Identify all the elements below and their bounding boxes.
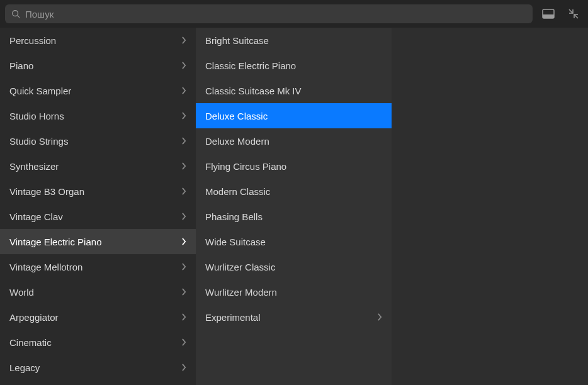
chevron-right-icon xyxy=(182,364,186,371)
chevron-right-icon xyxy=(182,313,186,321)
preset-label: Wide Suitcase xyxy=(205,237,266,247)
category-label: Studio Strings xyxy=(9,136,68,147)
chevron-right-icon xyxy=(182,87,186,94)
category-item-quick-sampler[interactable]: Quick Sampler xyxy=(0,78,196,103)
category-label: Synthesizer xyxy=(9,161,59,172)
category-item-world[interactable]: World xyxy=(0,279,196,304)
svg-line-1 xyxy=(18,16,20,18)
category-item-vintage-mellotron[interactable]: Vintage Mellotron xyxy=(0,254,196,279)
category-item-vintage-clav[interactable]: Vintage Clav xyxy=(0,204,196,229)
category-label: Vintage B3 Organ xyxy=(9,186,84,197)
chevron-right-icon xyxy=(182,62,186,69)
chevron-right-icon xyxy=(182,187,186,195)
preset-item-deluxe-modern[interactable]: Deluxe Modern xyxy=(196,128,392,153)
search-input[interactable] xyxy=(25,9,526,20)
category-label: World xyxy=(9,287,34,298)
preset-item-modern-classic[interactable]: Modern Classic xyxy=(196,179,392,204)
category-item-percussion[interactable]: Percussion xyxy=(0,28,196,53)
category-label: Cinematic xyxy=(9,337,52,348)
preset-item-experimental[interactable]: Experimental xyxy=(196,304,392,330)
svg-point-0 xyxy=(13,11,18,16)
category-item-studio-horns[interactable]: Studio Horns xyxy=(0,103,196,128)
chevron-right-icon xyxy=(182,137,186,145)
preset-label: Deluxe Classic xyxy=(205,111,268,121)
chevron-right-icon xyxy=(182,112,186,120)
browser-columns: PercussionPianoQuick SamplerStudio Horns… xyxy=(0,28,588,385)
category-label: Arpeggiator xyxy=(9,312,59,323)
preset-item-deluxe-classic[interactable]: Deluxe Classic xyxy=(196,103,392,128)
preset-item-flying-circus-piano[interactable]: Flying Circus Piano xyxy=(196,153,392,179)
category-item-piano[interactable]: Piano xyxy=(0,53,196,78)
category-item-studio-strings[interactable]: Studio Strings xyxy=(0,128,196,153)
collapse-button[interactable] xyxy=(564,4,583,23)
category-item-vintage-electric-piano[interactable]: Vintage Electric Piano xyxy=(0,229,196,254)
detail-column xyxy=(392,28,588,385)
preset-column: Bright SuitcaseClassic Electric PianoCla… xyxy=(196,28,392,385)
preset-item-wide-suitcase[interactable]: Wide Suitcase xyxy=(196,229,392,254)
preset-label: Classic Suitcase Mk IV xyxy=(205,86,302,96)
category-label: Vintage Mellotron xyxy=(9,262,82,272)
search-box[interactable] xyxy=(5,4,533,23)
panel-icon xyxy=(542,9,555,19)
category-label: Legacy xyxy=(9,362,40,373)
category-label: Vintage Clav xyxy=(9,211,63,222)
chevron-right-icon xyxy=(182,213,186,220)
category-label: Quick Sampler xyxy=(9,86,71,96)
top-bar xyxy=(0,0,588,28)
view-mode-button[interactable] xyxy=(539,4,558,23)
preset-item-wurlitzer-modern[interactable]: Wurlitzer Modern xyxy=(196,279,392,304)
preset-item-classic-electric-piano[interactable]: Classic Electric Piano xyxy=(196,53,392,78)
preset-label: Wurlitzer Modern xyxy=(205,287,277,298)
preset-label: Deluxe Modern xyxy=(205,136,269,147)
category-label: Vintage Electric Piano xyxy=(9,237,101,247)
preset-item-phasing-bells[interactable]: Phasing Bells xyxy=(196,204,392,229)
category-label: Studio Horns xyxy=(9,111,64,121)
search-icon xyxy=(11,9,20,18)
category-item-arpeggiator[interactable]: Arpeggiator xyxy=(0,304,196,330)
preset-item-classic-suitcase-mk-iv[interactable]: Classic Suitcase Mk IV xyxy=(196,78,392,103)
preset-label: Phasing Bells xyxy=(205,211,263,222)
preset-label: Classic Electric Piano xyxy=(205,60,296,71)
chevron-right-icon xyxy=(182,162,186,170)
chevron-right-icon xyxy=(182,238,186,245)
preset-label: Bright Suitcase xyxy=(205,35,269,46)
preset-item-bright-suitcase[interactable]: Bright Suitcase xyxy=(196,28,392,53)
chevron-right-icon xyxy=(182,36,186,44)
category-column: PercussionPianoQuick SamplerStudio Horns… xyxy=(0,28,196,385)
preset-label: Wurlitzer Classic xyxy=(205,262,275,272)
category-label: Percussion xyxy=(9,35,56,46)
chevron-right-icon xyxy=(182,338,186,346)
preset-item-wurlitzer-classic[interactable]: Wurlitzer Classic xyxy=(196,254,392,279)
chevron-right-icon xyxy=(378,313,382,321)
collapse-icon xyxy=(568,8,579,20)
category-item-synthesizer[interactable]: Synthesizer xyxy=(0,153,196,179)
chevron-right-icon xyxy=(182,263,186,271)
category-item-legacy[interactable]: Legacy xyxy=(0,355,196,380)
category-label: Piano xyxy=(9,60,33,71)
svg-rect-3 xyxy=(543,14,554,18)
preset-label: Flying Circus Piano xyxy=(205,161,286,172)
category-item-cinematic[interactable]: Cinematic xyxy=(0,330,196,355)
preset-label: Modern Classic xyxy=(205,186,270,197)
preset-label: Experimental xyxy=(205,312,261,323)
chevron-right-icon xyxy=(182,288,186,296)
category-item-vintage-b3-organ[interactable]: Vintage B3 Organ xyxy=(0,179,196,204)
